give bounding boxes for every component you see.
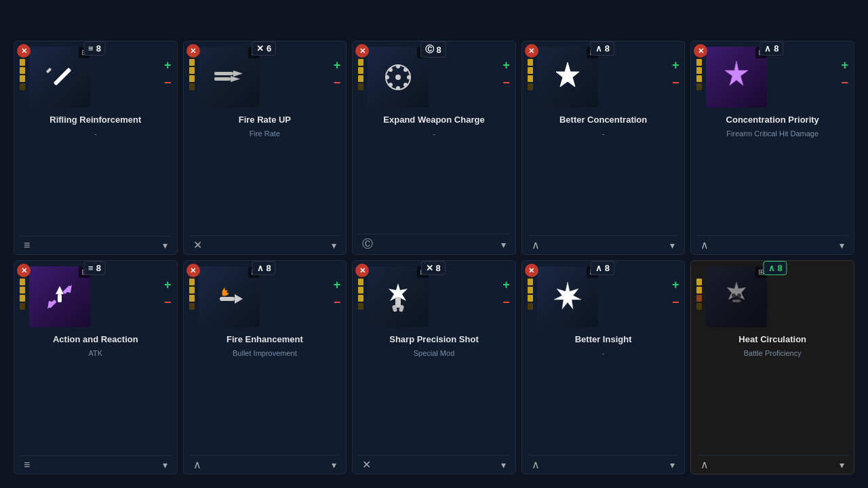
plus-button[interactable]: + — [334, 59, 341, 71]
gold-bar-inactive — [189, 303, 195, 310]
svg-rect-2 — [214, 72, 233, 75]
plus-button[interactable]: + — [164, 59, 172, 71]
card-icon-wrapper: ✕ 8 ⊞ — [368, 266, 498, 327]
plus-button[interactable]: + — [164, 279, 172, 291]
minus-button[interactable]: − — [672, 77, 679, 89]
gold-stacks — [20, 59, 25, 90]
minus-button[interactable]: − — [164, 77, 172, 89]
card-top: ∧ 8 ⊞ + − — [696, 47, 848, 108]
icon-svg — [547, 277, 588, 317]
card-footer: ≡ ▾ — [20, 236, 172, 254]
svg-marker-16 — [556, 62, 579, 87]
minus-button[interactable]: − — [502, 296, 510, 308]
plus-button[interactable]: + — [502, 59, 510, 71]
card-icon: ⊞ — [368, 266, 429, 327]
gold-bar — [528, 67, 533, 74]
gold-bar — [528, 295, 533, 302]
footer-dropdown[interactable]: ▾ — [840, 240, 844, 251]
plus-button[interactable]: + — [502, 279, 510, 291]
footer-icon: ∧ — [701, 239, 709, 251]
card-top: ∧ 8 ⊞ — [696, 266, 848, 327]
svg-marker-5 — [231, 76, 240, 82]
footer-icon: ≡ — [24, 459, 30, 471]
card-icon-wrapper: ∧ 8 ⊞ — [706, 266, 844, 327]
footer-dropdown[interactable]: ▾ — [670, 460, 675, 470]
badge-level: 8 — [605, 43, 610, 54]
badge-level: 8 — [774, 43, 778, 54]
card-name: Better Insight — [574, 331, 633, 347]
badge-level: 6 — [267, 43, 271, 54]
level-badge: ∧ 8 — [252, 261, 276, 275]
card-subtitle: Firearm Critical Hit Damage — [724, 127, 821, 232]
icon-svg — [547, 57, 588, 98]
footer-dropdown[interactable]: ▾ — [163, 240, 167, 251]
remove-button[interactable]: ✕ — [186, 264, 200, 277]
minus-button[interactable]: − — [334, 77, 341, 89]
card-better-insight: ✕ ∧ 8 ⊞ — [521, 260, 686, 474]
remove-button[interactable]: ✕ — [186, 44, 200, 58]
gold-bar — [696, 75, 702, 82]
level-badge: ∧ 8 — [591, 261, 614, 275]
gold-bar — [696, 59, 702, 66]
plus-button[interactable]: + — [841, 59, 848, 71]
gold-bar — [189, 279, 195, 285]
footer-dropdown[interactable]: ▾ — [332, 460, 336, 470]
card-footer: ≡ ▾ — [20, 455, 172, 474]
gold-bar — [20, 59, 25, 66]
gold-bar-inactive — [358, 303, 363, 310]
gold-bar — [358, 59, 363, 66]
card-footer: ∧ ▾ — [696, 455, 848, 474]
badge-level: 8 — [605, 263, 610, 273]
level-badge: ∧ 8 — [764, 261, 787, 275]
footer-dropdown[interactable]: ▾ — [840, 460, 844, 470]
card-top: ≡ 8 ⊞ — [20, 266, 172, 327]
plus-minus-col: + − — [164, 279, 172, 308]
icon-svg — [716, 277, 757, 317]
gold-bar — [20, 295, 25, 302]
plus-button[interactable]: + — [672, 59, 679, 71]
remove-button[interactable]: ✕ — [17, 264, 31, 277]
card-icon-wrapper: ∧ 8 ⊞ — [537, 266, 668, 327]
card-subtitle: Bullet Improvement — [230, 347, 300, 452]
gold-bar — [189, 287, 195, 293]
card-heat-circulation: ∧ 8 ⊞ Heat Circulation — [690, 260, 854, 474]
footer-icon: ∧ — [532, 239, 540, 251]
card-top: ∧ 8 ⊞ + − — [528, 47, 679, 108]
gold-stacks — [528, 59, 533, 90]
minus-button[interactable]: − — [334, 296, 341, 308]
card-sharp-precision-shot: ✕ ✕ 8 — [352, 260, 516, 474]
gold-bar-inactive — [696, 83, 702, 90]
footer-dropdown[interactable]: ▾ — [670, 240, 675, 251]
svg-point-7 — [395, 75, 401, 80]
card-icon-wrapper: ≡ 8 ⊞ — [29, 47, 160, 108]
icon-svg — [716, 57, 757, 98]
card-name: Expand Weapon Charge — [382, 112, 486, 127]
card-top: ✕ 8 ⊞ + − — [358, 266, 510, 327]
footer-dropdown[interactable]: ▾ — [501, 460, 506, 470]
badge-symbol: ✕ — [256, 43, 264, 54]
card-icon: ⊞ — [199, 266, 260, 327]
footer-dropdown[interactable]: ▾ — [332, 240, 336, 251]
plus-button[interactable]: + — [672, 279, 679, 291]
minus-button[interactable]: − — [841, 77, 848, 89]
plus-button[interactable]: + — [334, 279, 341, 291]
remove-button[interactable]: ✕ — [525, 264, 538, 277]
gold-bar-inactive — [696, 303, 702, 310]
footer-dropdown[interactable]: ▾ — [501, 239, 506, 250]
remove-button[interactable]: ✕ — [525, 44, 538, 58]
footer-icon: ∧ — [193, 458, 201, 471]
badge-symbol: ✕ — [426, 263, 433, 273]
card-fire-rate-up: ✕ ✕ 6 ⊞ — [183, 41, 347, 255]
card-footer: Ⓒ ▾ — [358, 234, 510, 254]
minus-button[interactable]: − — [502, 77, 510, 89]
minus-button[interactable]: − — [672, 296, 679, 308]
gold-stacks — [528, 279, 533, 310]
badge-symbol: ≡ — [88, 43, 94, 54]
minus-button[interactable]: − — [164, 296, 172, 308]
footer-dropdown[interactable]: ▾ — [163, 460, 167, 470]
footer-icon: ≡ — [24, 239, 30, 251]
gold-bar — [528, 279, 533, 285]
card-better-concentration: ✕ ∧ 8 ⊞ + — [521, 41, 686, 255]
badge-symbol: ≡ — [88, 263, 94, 273]
remove-button[interactable]: ✕ — [17, 44, 31, 58]
